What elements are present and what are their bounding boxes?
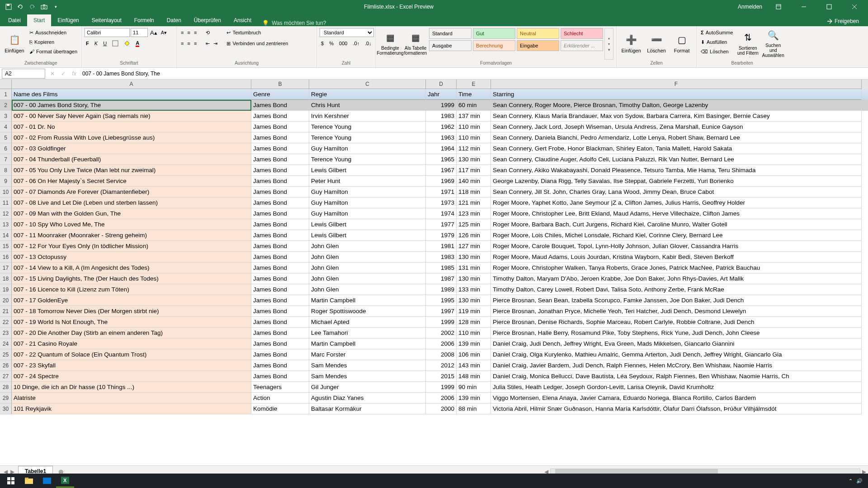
header-cell-F[interactable]: Starring <box>491 89 862 100</box>
tab-insert[interactable]: Einfügen <box>51 14 85 26</box>
cell[interactable]: James Bond <box>251 252 309 263</box>
align-right-icon[interactable]: ≡ <box>193 39 198 48</box>
start-button[interactable] <box>2 474 20 488</box>
align-bottom-icon[interactable]: ≡ <box>193 28 198 37</box>
cell[interactable]: Michael Apted <box>309 317 426 328</box>
cell[interactable]: 101 Reykjavik <box>12 404 251 414</box>
format-cells-button[interactable]: ▢Format <box>670 28 693 58</box>
conditional-formatting-button[interactable]: ▦ Bedingte Formatierung <box>378 28 402 58</box>
header-cell-B[interactable]: Genre <box>251 89 309 100</box>
cell[interactable]: Chris Hunt <box>309 100 426 111</box>
cell[interactable]: James Bond <box>251 295 309 306</box>
cell[interactable]: James Bond <box>251 165 309 176</box>
col-header-F[interactable]: F <box>491 80 862 89</box>
style-standard[interactable]: Standard <box>429 28 472 39</box>
row-header-15[interactable]: 15 <box>0 241 12 252</box>
name-box[interactable]: A2 <box>2 69 45 79</box>
cell[interactable]: Irvin Kershner <box>309 111 426 122</box>
cell[interactable]: James Bond <box>251 197 309 208</box>
save-icon[interactable] <box>5 3 13 11</box>
row-header-29[interactable]: 29 <box>0 393 12 404</box>
cell[interactable]: Sean Connery, Claudine Auger, Adolfo Cel… <box>491 154 862 165</box>
row-header-4[interactable]: 4 <box>0 122 12 132</box>
cell[interactable]: James Bond <box>251 154 309 165</box>
cell[interactable]: James Bond <box>251 219 309 230</box>
cell[interactable]: 126 min <box>457 230 491 241</box>
sort-filter-button[interactable]: ⇅Sortieren und Filtern <box>736 28 760 58</box>
cell[interactable]: 1973 <box>426 197 457 208</box>
increase-decimal-icon[interactable]: .0↑ <box>351 39 361 48</box>
cell[interactable]: 1964 <box>426 143 457 154</box>
cell[interactable]: Roger Spottiswoode <box>309 306 426 317</box>
cell[interactable]: Sean Connery, Klaus Maria Brandauer, Max… <box>491 111 862 122</box>
cell[interactable]: Roger Moore, Christopher Lee, Britt Ekla… <box>491 208 862 219</box>
header-cell-A[interactable]: Name des Films <box>12 89 251 100</box>
cell[interactable]: James Bond <box>251 208 309 219</box>
row-header-1[interactable]: 1 <box>0 89 12 100</box>
cell[interactable]: Alatriste <box>12 393 251 404</box>
cell[interactable]: 007 - 23 Skyfall <box>12 360 251 371</box>
cell[interactable]: James Bond <box>251 317 309 328</box>
cell[interactable]: James Bond <box>251 176 309 187</box>
row-header-25[interactable]: 25 <box>0 349 12 360</box>
cell[interactable]: 112 min <box>457 143 491 154</box>
find-select-button[interactable]: 🔍Suchen und Auswählen <box>761 28 785 58</box>
cell[interactable]: 123 min <box>457 208 491 219</box>
cell[interactable]: James Bond <box>251 273 309 284</box>
cell[interactable]: 007 - 11 Moonraker (Moonraker - Streng g… <box>12 230 251 241</box>
cell[interactable]: Guy Hamilton <box>309 197 426 208</box>
tab-review[interactable]: Überprüfen <box>188 14 227 26</box>
cell[interactable]: Pierce Brosnan, Denise Richards, Sophie … <box>491 317 862 328</box>
cell[interactable]: Terence Young <box>309 122 426 132</box>
cell[interactable]: James Bond <box>251 349 309 360</box>
cell[interactable]: 007 - 20 Die Another Day (Stirb an einem… <box>12 328 251 338</box>
row-header-14[interactable]: 14 <box>0 230 12 241</box>
cell[interactable]: John Glen <box>309 284 426 295</box>
cell[interactable]: Sam Mendes <box>309 360 426 371</box>
cell[interactable]: James Bond <box>251 132 309 143</box>
cell[interactable]: 2002 <box>426 328 457 338</box>
cell[interactable]: 110 min <box>457 328 491 338</box>
cell[interactable]: Roger Moore, Carole Bouquet, Topol, Lynn… <box>491 241 862 252</box>
tab-home[interactable]: Start <box>27 14 51 26</box>
currency-icon[interactable]: $ <box>320 39 325 48</box>
cell[interactable]: Teenagers <box>251 382 309 393</box>
cell[interactable]: 110 min <box>457 122 491 132</box>
cell[interactable]: Daniel Craig, Javier Bardem, Judi Dench,… <box>491 360 862 371</box>
cell[interactable]: 2008 <box>426 349 457 360</box>
cell[interactable]: Timothy Dalton, Carey Lowell, Robert Dav… <box>491 284 862 295</box>
cell[interactable]: Guy Hamilton <box>309 208 426 219</box>
cell[interactable]: 1983 <box>426 111 457 122</box>
cell[interactable]: Peter Hunt <box>309 176 426 187</box>
cell[interactable]: 007 - 12 For Your Eyes Only (In tödliche… <box>12 241 251 252</box>
undo-icon[interactable] <box>16 3 24 11</box>
cell[interactable]: Roger Moore, Barbara Bach, Curt Jurgens,… <box>491 219 862 230</box>
cell[interactable]: 125 min <box>457 219 491 230</box>
cell[interactable]: George Lazenby, Diana Rigg, Telly Savala… <box>491 176 862 187</box>
tab-view[interactable]: Ansicht <box>227 14 258 26</box>
cell[interactable]: Terence Young <box>309 132 426 143</box>
cell[interactable]: 110 min <box>457 132 491 143</box>
cell[interactable]: James Bond <box>251 284 309 295</box>
style-explanatory[interactable]: Erklärender ... <box>561 40 603 51</box>
cell[interactable]: Daniel Craig, Monica Bellucci, Dave Baut… <box>491 371 862 382</box>
cell[interactable]: 121 min <box>457 197 491 208</box>
cell[interactable]: 007 - 06 On Her Majesty`s Secret Service <box>12 176 251 187</box>
taskbar-app-icon[interactable] <box>38 474 56 488</box>
cell[interactable]: Pierce Brosnan, Halle Berry, Rosamund Pi… <box>491 328 862 338</box>
row-header-18[interactable]: 18 <box>0 273 12 284</box>
cell[interactable]: 1974 <box>426 208 457 219</box>
cell[interactable]: James Bond <box>251 306 309 317</box>
row-header-16[interactable]: 16 <box>0 252 12 263</box>
row-header-27[interactable]: 27 <box>0 371 12 382</box>
cell[interactable]: Sean Connery, Gert Frobe, Honor Blackman… <box>491 143 862 154</box>
cut-button[interactable]: ✂Ausschneiden <box>28 28 79 37</box>
row-header-8[interactable]: 8 <box>0 165 12 176</box>
cell[interactable]: 1969 <box>426 176 457 187</box>
row-header-6[interactable]: 6 <box>0 143 12 154</box>
cell[interactable]: 007 - 18 Tomorrow Never Dies (Der Morgen… <box>12 306 251 317</box>
number-format-select[interactable]: Standard <box>320 28 374 37</box>
cell[interactable]: Lee Tamahori <box>309 328 426 338</box>
style-calculation[interactable]: Berechnung <box>473 40 515 51</box>
cell[interactable]: 2000 <box>426 404 457 414</box>
